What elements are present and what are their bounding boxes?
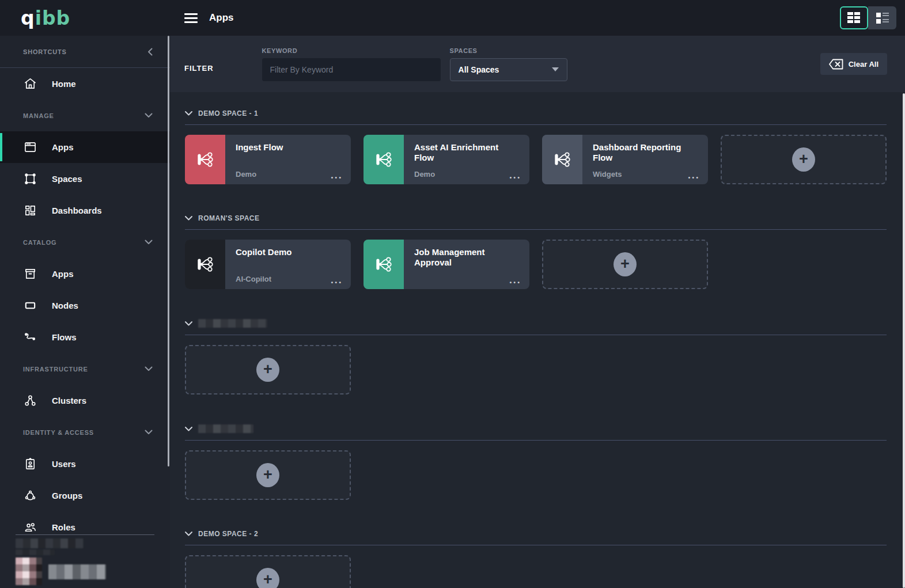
main-area: Apps FILTER KEYWORD SPACES All Spaces (170, 0, 905, 588)
card-menu-button[interactable] (509, 279, 521, 286)
chevron-down-icon (145, 240, 153, 245)
topbar: Apps (170, 0, 905, 36)
logo-text-ibb: ibb (35, 7, 71, 29)
card-body: Copilot Demo AI-Copilot (225, 240, 351, 289)
card-menu-button[interactable] (509, 174, 521, 181)
app-card-dashboard-reporting-flow[interactable]: Dashboard Reporting Flow Widgets (542, 135, 708, 184)
card-menu-button[interactable] (331, 279, 343, 286)
app-title: Copilot Demo (236, 247, 331, 257)
divider (185, 545, 887, 545)
add-app-button[interactable]: + (542, 240, 708, 289)
sidebar-item-label: Spaces (52, 174, 82, 184)
plus-icon: + (792, 147, 815, 172)
menu-icon[interactable] (184, 13, 198, 23)
list-view-button[interactable] (868, 6, 896, 29)
add-app-button[interactable]: + (185, 450, 351, 500)
section-header[interactable]: ROMAN'S SPACE (185, 214, 887, 222)
sidebar-item-groups[interactable]: Groups (0, 480, 170, 511)
sidebar-section-catalog[interactable]: CATALOG (0, 226, 170, 258)
plus-icon: + (256, 358, 279, 382)
add-app-button[interactable]: + (185, 345, 351, 394)
shortcuts-header[interactable]: SHORTCUTS (0, 36, 170, 68)
sidebar-section-infrastructure[interactable]: INFRASTRUCTURE (0, 353, 170, 385)
qibb-logo[interactable]: qibb (21, 7, 70, 29)
user-badge-icon (23, 457, 37, 471)
sidebar-scrollbar[interactable] (168, 36, 169, 466)
divider (16, 534, 154, 535)
chevron-down-icon (185, 532, 192, 536)
sidebar-item-clusters[interactable]: Clusters (0, 385, 170, 416)
add-app-button[interactable]: + (185, 555, 351, 588)
divider (185, 335, 887, 335)
app-card-job-management-approval[interactable]: Job Management Approval (363, 240, 529, 289)
sidebar-item-users[interactable]: Users (0, 448, 170, 480)
keyword-input[interactable] (262, 58, 441, 81)
sidebar-item-label: Dashboards (52, 206, 102, 215)
view-toggle-group (840, 6, 896, 29)
filter-bar: FILTER KEYWORD SPACES All Spaces Clear A… (170, 36, 905, 92)
app-subtitle: Demo (236, 170, 256, 179)
add-app-button[interactable]: + (721, 135, 887, 184)
flow-icon (542, 135, 582, 184)
chevron-down-icon (185, 111, 192, 116)
sidebar-item-spaces[interactable]: Spaces (0, 163, 170, 195)
app-subtitle: AI-Copilot (236, 275, 271, 283)
card-menu-button[interactable] (331, 174, 343, 181)
sidebar-section-manage[interactable]: MANAGE (0, 100, 170, 131)
app-card-ingest-flow[interactable]: Ingest Flow Demo (185, 135, 351, 184)
section-header[interactable]: DEMO SPACE - 1 (185, 109, 887, 117)
plus-icon: + (256, 463, 279, 487)
divider (185, 229, 887, 230)
grid-view-button[interactable] (840, 6, 868, 29)
app-title: Job Management Approval (414, 247, 509, 268)
avatar[interactable] (16, 557, 42, 585)
sidebar-section-identity[interactable]: IDENTITY & ACCESS (0, 416, 170, 448)
card-row: + (185, 345, 887, 394)
section-header[interactable]: DEMO SPACE - 2 (185, 530, 887, 538)
app-title: Dashboard Reporting Flow (593, 142, 688, 163)
sidebar-item-label: Groups (52, 491, 82, 500)
card-menu-button[interactable] (688, 174, 700, 181)
redacted-space-title (198, 319, 267, 328)
clear-all-button[interactable]: Clear All (820, 53, 887, 75)
card-row: + (185, 450, 887, 500)
flow-icon (363, 135, 404, 184)
groups-icon (23, 489, 37, 503)
sidebar-item-apps[interactable]: Apps (0, 131, 170, 163)
space-section-demo-2: DEMO SPACE - 2 + (185, 530, 887, 588)
sidebar-item-home[interactable]: Home (0, 68, 170, 100)
sidebar-item-label: Clusters (52, 396, 86, 405)
sidebar-item-label: Nodes (52, 301, 78, 310)
shortcuts-label: SHORTCUTS (23, 48, 67, 55)
section-label: MANAGE (23, 112, 54, 119)
sidebar-item-catalog-apps[interactable]: Apps (0, 258, 170, 290)
sidebar-item-label: Flows (52, 332, 77, 342)
sidebar-item-dashboards[interactable]: Dashboards (0, 195, 170, 226)
app-subtitle: Demo (414, 170, 435, 179)
divider (185, 124, 887, 125)
main-scrollbar[interactable] (903, 93, 905, 588)
caret-down-icon (552, 67, 559, 71)
clusters-icon (23, 394, 37, 408)
flow-icon (363, 240, 404, 289)
spaces-label: SPACES (450, 47, 567, 54)
app-card-copilot-demo[interactable]: Copilot Demo AI-Copilot (185, 240, 351, 289)
spaces-dropdown[interactable]: All Spaces (450, 58, 567, 81)
home-icon (23, 77, 37, 91)
redacted-text (16, 538, 84, 548)
section-header[interactable] (185, 319, 887, 328)
plus-icon: + (614, 252, 637, 276)
backspace-icon (829, 59, 843, 70)
keyword-label: KEYWORD (262, 47, 441, 54)
section-header[interactable] (185, 424, 887, 433)
sidebar-user-area[interactable] (0, 534, 170, 588)
redacted-space-title (198, 424, 253, 433)
app-card-asset-ai-enrichment-flow[interactable]: Asset AI Enrichment Flow Demo (363, 135, 529, 184)
card-body: Job Management Approval (404, 240, 529, 289)
flow-icon (185, 240, 225, 289)
sidebar-item-flows[interactable]: Flows (0, 321, 170, 353)
card-row: Copilot Demo AI-Copilot Job Management A… (185, 240, 887, 289)
card-body: Asset AI Enrichment Flow Demo (404, 135, 529, 184)
sidebar-item-nodes[interactable]: Nodes (0, 290, 170, 321)
divider (185, 440, 887, 441)
